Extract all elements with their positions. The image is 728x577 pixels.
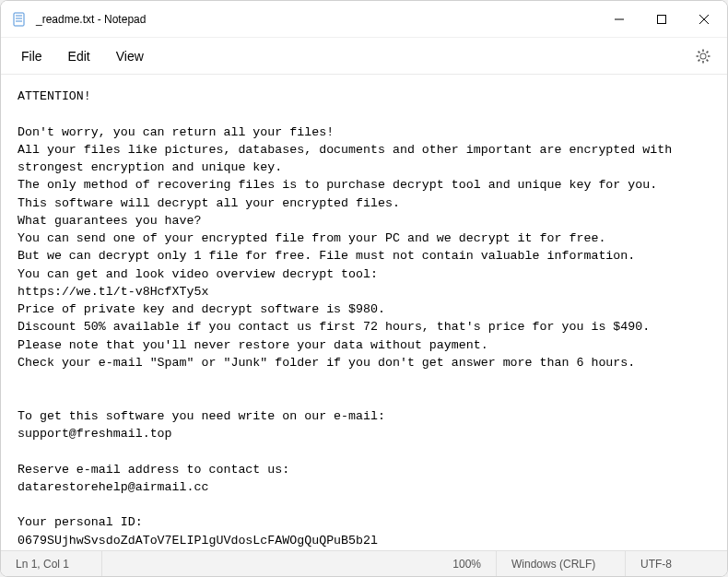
svg-line-13 xyxy=(707,59,709,61)
status-encoding: UTF-8 xyxy=(626,551,727,576)
settings-button[interactable] xyxy=(687,41,720,71)
menu-file[interactable]: File xyxy=(8,43,55,69)
gear-icon xyxy=(696,49,710,64)
notepad-window: _readme.txt - Notepad File Edit xyxy=(0,0,728,577)
status-position: Ln 1, Col 1 xyxy=(1,551,102,576)
menu-view[interactable]: View xyxy=(103,43,157,69)
minimize-icon xyxy=(615,15,624,24)
maximize-button[interactable] xyxy=(640,1,683,37)
status-line-ending: Windows (CRLF) xyxy=(497,551,626,576)
titlebar[interactable]: _readme.txt - Notepad xyxy=(1,1,727,38)
window-controls xyxy=(598,1,725,37)
maximize-icon xyxy=(657,15,666,24)
statusbar: Ln 1, Col 1 100% Windows (CRLF) UTF-8 xyxy=(1,550,727,576)
svg-line-14 xyxy=(699,59,700,61)
svg-rect-0 xyxy=(14,13,24,26)
svg-line-12 xyxy=(699,51,700,53)
window-title: _readme.txt - Notepad xyxy=(36,13,598,26)
status-zoom[interactable]: 100% xyxy=(423,551,497,576)
menubar: File Edit View xyxy=(1,38,727,75)
minimize-button[interactable] xyxy=(598,1,640,37)
svg-rect-5 xyxy=(658,15,666,23)
close-button[interactable] xyxy=(683,1,725,37)
svg-line-15 xyxy=(707,51,709,53)
close-icon xyxy=(699,15,709,24)
notepad-icon xyxy=(12,12,27,27)
text-editor[interactable]: ATTENTION! Don't worry, you can return a… xyxy=(1,75,727,550)
menu-edit[interactable]: Edit xyxy=(55,43,103,69)
